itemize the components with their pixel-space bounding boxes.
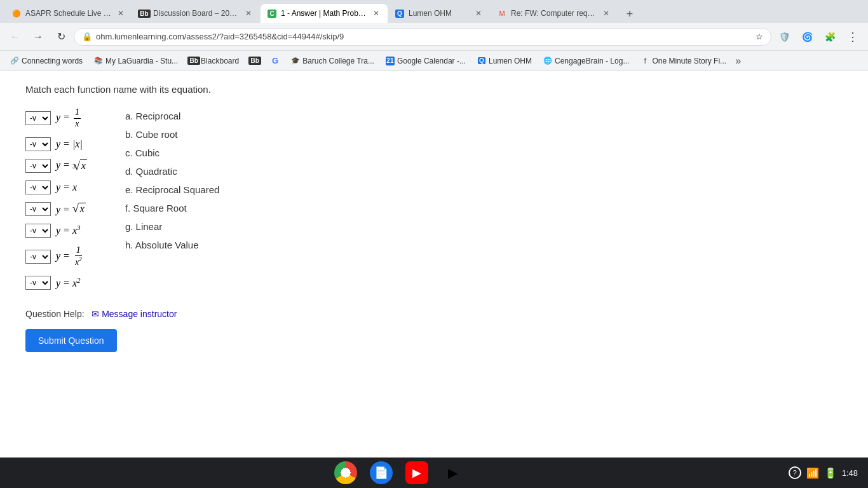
- equation-row-2: -v abc def gh y = |x|: [25, 137, 87, 151]
- eq5-math: y = √ x: [56, 203, 86, 215]
- eq8-math: y = x2: [56, 276, 81, 289]
- dropdown-eq3[interactable]: -v abc def gh: [25, 159, 51, 173]
- browser-window: 🟠 ASAPR Schedule Live - Google D ✕ Bb Di…: [0, 0, 868, 458]
- eq4-math: y = x: [56, 182, 77, 193]
- tab-lumen[interactable]: Q Lumen OHM ✕: [388, 4, 490, 23]
- bookmark-favicon-gcalendar: 21: [386, 57, 395, 65]
- bookmark-gcalendar[interactable]: 21 Google Calendar -...: [381, 53, 471, 69]
- eq7-math: y = 1 x2: [56, 245, 85, 268]
- answer-b: b. Cube root: [125, 129, 219, 140]
- answer-c: c. Cubic: [125, 147, 219, 158]
- dropdown-eq7[interactable]: -v abc def gh: [25, 250, 51, 264]
- bookmark-favicon-bb2: Bb: [250, 57, 259, 65]
- message-instructor-link[interactable]: ✉ Message instructor: [92, 309, 177, 319]
- answers-list: a. Reciprocal b. Cube root c. Cubic d. Q…: [125, 107, 219, 290]
- new-tab-button[interactable]: +: [621, 5, 639, 23]
- extension-icon-2[interactable]: 🌀: [797, 27, 817, 47]
- tab-math[interactable]: C 1 - Answer | Math Problem Solv ✕: [261, 4, 388, 23]
- equation-row-3: -v abc def gh y = 3 √ x: [25, 159, 87, 173]
- dropdown-eq4[interactable]: -v abc def gh: [25, 180, 51, 194]
- bookmark-laguardia[interactable]: 📚 My LaGuardia - Stu...: [89, 53, 183, 69]
- bookmark-cengagebrain[interactable]: 🌐 CengageBrain - Log...: [538, 53, 634, 69]
- equation-row-8: -v abc def gh y = x2: [25, 276, 87, 290]
- bookmark-favicon-lumenohm: Q: [477, 57, 486, 65]
- tab-bar: 🟠 ASAPR Schedule Live - Google D ✕ Bb Di…: [0, 0, 868, 23]
- bookmark-bb2[interactable]: Bb: [245, 53, 264, 69]
- tab-title-gmail: Re: FW: Computer request #23: [511, 9, 597, 18]
- address-bar: ← → ↻ 🔒 ohm.lumenlearning.com/assess2/?a…: [0, 23, 868, 51]
- question-help-label: Question Help:: [25, 309, 85, 319]
- back-button[interactable]: ←: [5, 27, 25, 47]
- tab-title-asapr: ASAPR Schedule Live - Google D: [25, 9, 112, 18]
- equation-row-6: -v abc def gh y = x3: [25, 224, 87, 238]
- bookmark-favicon-oneminute: f: [641, 57, 649, 65]
- extension-icon-3[interactable]: 🧩: [820, 27, 840, 47]
- eq2-math: y = |x|: [56, 139, 83, 150]
- bookmark-favicon-google: G: [271, 57, 280, 65]
- bookmark-label-baruch: Baruch College Tra...: [302, 57, 374, 65]
- bookmarks-more-button[interactable]: »: [733, 55, 743, 67]
- tab-close-lumen[interactable]: ✕: [473, 8, 484, 18]
- tab-title-lumen: Lumen OHM: [409, 9, 470, 18]
- equation-row-7: -v abc def gh y = 1 x2: [25, 245, 87, 268]
- eq1-math: y = 1 x: [56, 107, 82, 130]
- lock-icon: 🔒: [82, 32, 92, 41]
- bookmark-oneminute[interactable]: f One Minute Story Fi...: [635, 53, 731, 69]
- eq3-math: y = 3 √ x: [56, 159, 87, 172]
- answer-g: g. Linear: [125, 221, 219, 232]
- tab-close-math[interactable]: ✕: [371, 8, 381, 18]
- envelope-icon: ✉: [92, 309, 99, 319]
- forward-button[interactable]: →: [28, 27, 48, 47]
- url-icons: ☆: [756, 32, 763, 41]
- extension-icon-1[interactable]: 🛡️: [774, 27, 794, 47]
- bookmark-label-gcalendar: Google Calendar -...: [397, 57, 466, 65]
- dropdown-eq1[interactable]: -v abc def gh: [25, 111, 51, 125]
- bookmark-baruch[interactable]: 🎓 Baruch College Tra...: [286, 53, 379, 69]
- tab-close-gmail[interactable]: ✕: [601, 8, 611, 18]
- dropdown-eq2[interactable]: -v abc def gh: [25, 137, 51, 151]
- bookmark-label-lumenohm: Lumen OHM: [489, 57, 532, 65]
- bookmark-label-blackboard: Blackboard: [201, 57, 239, 65]
- page-content: Match each function name with its equati…: [0, 71, 868, 458]
- url-bar[interactable]: 🔒 ohm.lumenlearning.com/assess2/?aid=326…: [74, 28, 771, 46]
- tab-discussion[interactable]: Bb Discussion Board – 2020 Spring ✕: [133, 4, 260, 23]
- tab-close-discussion[interactable]: ✕: [243, 8, 254, 18]
- bookmarks-bar: 🔗 Connecting words 📚 My LaGuardia - Stu.…: [0, 51, 868, 71]
- answer-e: e. Reciprocal Squared: [125, 184, 219, 195]
- answer-a: a. Reciprocal: [125, 111, 219, 121]
- tab-close-asapr[interactable]: ✕: [116, 8, 126, 18]
- reload-button[interactable]: ↻: [51, 27, 71, 47]
- tab-favicon-calc: C: [267, 8, 277, 18]
- dropdown-eq8[interactable]: -v abc def gh: [25, 276, 51, 290]
- submit-question-button[interactable]: Submit Question: [25, 329, 117, 352]
- tab-favicon-bb: Bb: [139, 8, 149, 18]
- question-text: Match each function name with its equati…: [25, 84, 843, 95]
- answer-h: h. Absolute Value: [125, 240, 219, 250]
- bookmark-favicon-blackboard: Bb: [189, 57, 198, 65]
- equation-row-5: -v abc def gh y = √ x: [25, 202, 87, 216]
- bookmark-label-oneminute: One Minute Story Fi...: [652, 57, 726, 65]
- star-icon[interactable]: ☆: [756, 32, 763, 41]
- bookmark-connecting-words[interactable]: 🔗 Connecting words: [5, 53, 88, 69]
- bookmark-lumenohm[interactable]: Q Lumen OHM: [472, 53, 537, 69]
- bookmark-google[interactable]: G: [266, 53, 285, 69]
- bookmark-favicon-baruch: 🎓: [291, 57, 300, 65]
- tab-asapr[interactable]: 🟠 ASAPR Schedule Live - Google D ✕: [5, 4, 132, 23]
- tab-title-math: 1 - Answer | Math Problem Solv: [281, 9, 367, 18]
- bookmark-blackboard[interactable]: Bb Blackboard: [184, 53, 244, 69]
- browser-menu-button[interactable]: ⋮: [843, 27, 863, 47]
- bookmark-label-connecting: Connecting words: [22, 57, 83, 65]
- equation-row-4: -v abc def gh y = x: [25, 180, 87, 194]
- bookmark-favicon-cengagebrain: 🌐: [543, 57, 552, 65]
- eq6-math: y = x3: [56, 224, 81, 236]
- equation-row-1: -v abc def gh y = 1 x: [25, 107, 87, 130]
- bookmark-label-laguardia: My LaGuardia - Stu...: [105, 57, 178, 65]
- matching-container: -v abc def gh y = 1 x: [25, 107, 843, 290]
- bookmark-label-cengagebrain: CengageBrain - Log...: [555, 57, 629, 65]
- tab-favicon-lumen: Q: [395, 8, 405, 18]
- tab-gmail[interactable]: M Re: FW: Computer request #23 ✕: [491, 4, 618, 23]
- dropdown-eq6[interactable]: -v abc def gh: [25, 224, 51, 238]
- dropdown-eq5[interactable]: -v abc def gh: [25, 202, 51, 216]
- answer-d: d. Quadratic: [125, 166, 219, 177]
- equations-list: -v abc def gh y = 1 x: [25, 107, 87, 290]
